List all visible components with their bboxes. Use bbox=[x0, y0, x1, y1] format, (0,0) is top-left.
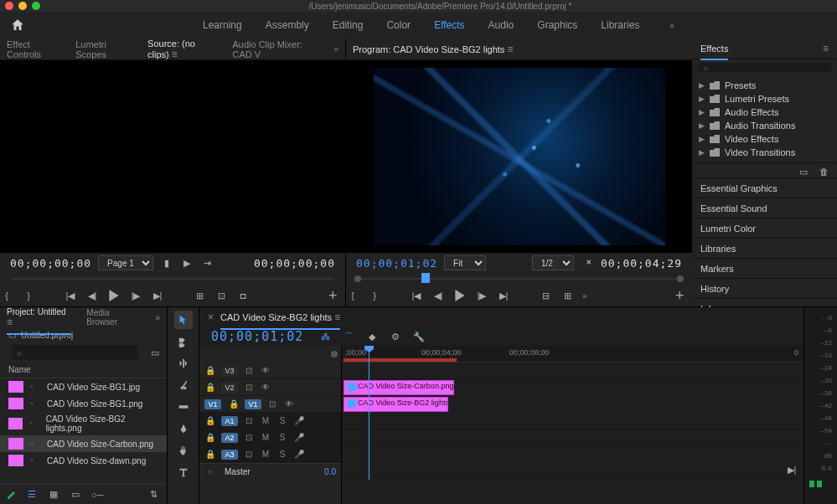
project-overflow-icon[interactable]: » bbox=[155, 313, 160, 322]
voiceover-icon[interactable]: 🎤 bbox=[293, 449, 305, 460]
panel-libraries[interactable]: Libraries bbox=[692, 239, 837, 259]
track-header-v3[interactable]: 🔒V3⊡👁 bbox=[199, 363, 341, 379]
workspace-libraries[interactable]: Libraries bbox=[601, 19, 639, 31]
step-back-icon[interactable]: ◀| bbox=[431, 289, 445, 302]
track-header-v1[interactable]: V1🔒V1⊡👁 bbox=[199, 396, 341, 413]
lift-icon[interactable]: ⊟ bbox=[539, 289, 552, 302]
mark-out-icon[interactable]: } bbox=[22, 289, 35, 302]
mark-out-icon[interactable]: } bbox=[368, 289, 381, 302]
program-monitor[interactable] bbox=[346, 60, 692, 253]
settings-icon[interactable] bbox=[581, 256, 594, 270]
page-select[interactable]: Page 1 bbox=[98, 255, 153, 270]
voiceover-icon[interactable]: 🎤 bbox=[293, 415, 305, 427]
close-sequence-icon[interactable]: × bbox=[208, 311, 214, 323]
pen-tool[interactable] bbox=[174, 419, 193, 438]
track-row-a1[interactable] bbox=[342, 413, 803, 429]
folder-audio-effects[interactable]: ▶Audio Effects bbox=[699, 105, 830, 119]
lock-icon[interactable]: 🔒 bbox=[228, 399, 240, 410]
sync-lock-icon[interactable]: ⊡ bbox=[243, 432, 255, 444]
mute-icon[interactable]: M bbox=[260, 415, 271, 427]
bin-item[interactable]: ▫CAD Video Size-BG2 lights.png bbox=[0, 412, 167, 435]
export-frame-icon[interactable]: ◘ bbox=[236, 289, 250, 302]
step-fwd-icon[interactable]: ▶ bbox=[180, 256, 194, 270]
timeline-settings-icon[interactable]: ⚙ bbox=[389, 330, 402, 343]
slip-tool[interactable] bbox=[174, 398, 193, 416]
source-patch-v1[interactable]: V1 bbox=[204, 399, 221, 409]
panel-essential-graphics[interactable]: Essential Graphics bbox=[692, 178, 837, 198]
toggle-output-icon[interactable]: 👁 bbox=[260, 382, 271, 393]
panel-lumetri-color[interactable]: Lumetri Color bbox=[692, 219, 837, 239]
hand-tool[interactable] bbox=[174, 441, 193, 460]
solo-icon[interactable]: S bbox=[276, 415, 288, 427]
program-playhead[interactable] bbox=[421, 273, 430, 283]
track-header-a3[interactable]: 🔒A3⊡MS🎤 bbox=[199, 446, 341, 463]
close-window-icon[interactable] bbox=[5, 2, 13, 10]
track-row-a3[interactable] bbox=[342, 446, 803, 463]
lock-icon[interactable]: 🔒 bbox=[204, 365, 216, 377]
lock-icon[interactable]: 🔒 bbox=[204, 415, 216, 427]
program-scrubber[interactable] bbox=[346, 273, 692, 285]
effects-menu-icon[interactable]: ≡ bbox=[823, 43, 829, 54]
goto-in-icon[interactable]: |◀ bbox=[410, 289, 423, 302]
folder-presets[interactable]: ▶Presets bbox=[699, 79, 830, 92]
project-search[interactable] bbox=[12, 345, 138, 360]
program-tc-duration[interactable]: 00;00;04;29 bbox=[601, 257, 682, 270]
selection-tool[interactable] bbox=[174, 311, 193, 329]
solo-icon[interactable]: S bbox=[276, 432, 288, 444]
play-icon[interactable] bbox=[453, 289, 467, 302]
lock-icon[interactable]: 🔒 bbox=[204, 382, 216, 393]
maximize-window-icon[interactable] bbox=[32, 2, 40, 10]
overwrite-icon[interactable]: ⊡ bbox=[214, 289, 228, 302]
workspace-learning[interactable]: Learning bbox=[203, 19, 242, 31]
toggle-output-icon[interactable]: 👁 bbox=[260, 365, 271, 377]
workspace-effects[interactable]: Effects bbox=[434, 19, 464, 31]
sequence-menu-icon[interactable]: ≡ bbox=[334, 311, 340, 323]
tab-sequence[interactable]: CAD Video Size-BG2 lights ≡ bbox=[220, 306, 340, 330]
step-fwd-icon[interactable]: |▶ bbox=[129, 289, 142, 302]
fit-select[interactable]: Fit bbox=[444, 255, 486, 270]
goto-end-icon[interactable]: ▶| bbox=[785, 463, 798, 476]
workspace-color[interactable]: Color bbox=[386, 19, 411, 31]
workspace-graphics[interactable]: Graphics bbox=[537, 19, 577, 31]
wrench-icon[interactable]: 🔧 bbox=[412, 330, 426, 343]
extract-icon[interactable]: ⊞ bbox=[561, 289, 574, 302]
sync-lock-icon[interactable]: ⊡ bbox=[243, 365, 255, 377]
folder-video-effects[interactable]: ▶Video Effects bbox=[699, 132, 830, 146]
source-menu-icon[interactable]: ≡ bbox=[172, 49, 178, 60]
track-header-a1[interactable]: 🔒A1⊡MS🎤 bbox=[199, 413, 341, 429]
mark-in-icon[interactable]: { bbox=[346, 289, 359, 302]
tab-program[interactable]: Program: CAD Video Size-BG2 lights ≡ bbox=[353, 39, 513, 62]
filter-bin-icon[interactable]: ▭ bbox=[148, 346, 162, 359]
bin-item[interactable]: ▫CAD Video Size-dawn.png bbox=[0, 452, 167, 469]
tab-effects[interactable]: Effects bbox=[700, 39, 728, 60]
goto-out-icon[interactable]: ▶| bbox=[497, 289, 510, 302]
solo-icon[interactable]: S bbox=[276, 449, 288, 460]
type-tool[interactable] bbox=[174, 463, 193, 481]
timeline-timecode[interactable]: 00;00;01;02 bbox=[211, 329, 303, 344]
folder-lumetri-presets[interactable]: ▶Lumetri Presets bbox=[699, 92, 830, 105]
button-editor-icon[interactable]: + bbox=[328, 287, 345, 304]
lock-icon[interactable]: 🔒 bbox=[204, 432, 216, 444]
timeline-ruler[interactable]: ;00;00 00;00;04;00 00;00;08;00 0 bbox=[342, 346, 803, 363]
goto-in-icon[interactable]: |◀ bbox=[64, 289, 77, 302]
folder-video-transitions[interactable]: ▶Video Transitions bbox=[699, 146, 830, 159]
home-icon[interactable] bbox=[10, 18, 25, 33]
mute-icon[interactable]: M bbox=[260, 449, 271, 460]
track-header-v2[interactable]: 🔒V2⊡👁 bbox=[199, 379, 341, 396]
program-menu-icon[interactable]: ≡ bbox=[507, 44, 513, 55]
step-back-icon[interactable]: ▮ bbox=[160, 256, 173, 270]
track-select-tool[interactable] bbox=[174, 332, 193, 351]
minimize-window-icon[interactable] bbox=[18, 2, 27, 10]
sync-lock-icon[interactable]: ⊡ bbox=[243, 449, 255, 460]
program-tc-current[interactable]: 00;00;01;02 bbox=[356, 257, 437, 270]
zoom-slider-icon[interactable]: ○─ bbox=[90, 488, 104, 501]
sync-lock-icon[interactable]: ⊡ bbox=[243, 415, 255, 427]
toggle-output-icon[interactable]: 👁 bbox=[283, 399, 295, 410]
scroll-handle-icon[interactable] bbox=[331, 351, 338, 357]
track-header-a2[interactable]: 🔒A2⊡MS🎤 bbox=[199, 429, 341, 446]
razor-tool[interactable] bbox=[174, 376, 193, 394]
list-view-icon[interactable]: ☰ bbox=[25, 488, 39, 501]
freeform-view-icon[interactable]: ▭ bbox=[69, 488, 82, 501]
snap-icon[interactable]: ⁂ bbox=[318, 330, 332, 343]
sort-icon[interactable]: ⇅ bbox=[147, 488, 160, 501]
